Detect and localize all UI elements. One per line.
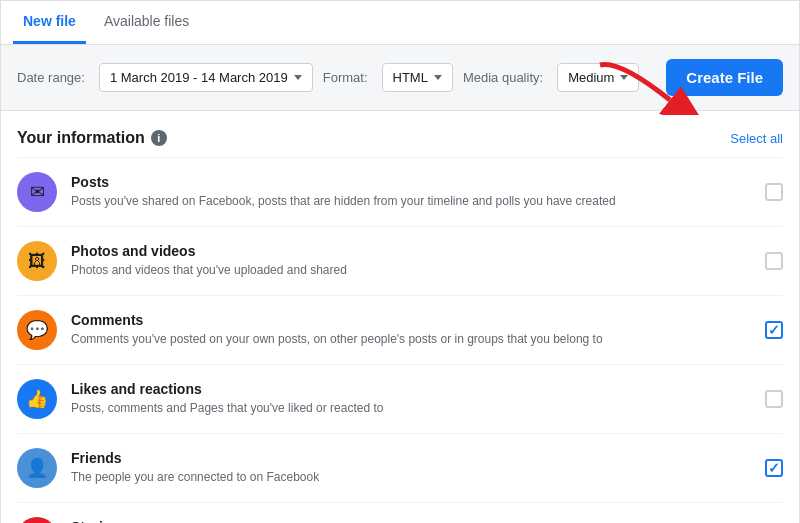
date-range-dropdown[interactable]: 1 March 2019 - 14 March 2019: [99, 63, 313, 92]
tab-new-file[interactable]: New file: [13, 1, 86, 44]
list-item: 👤FriendsThe people you are connected to …: [17, 433, 783, 502]
chevron-down-icon: [294, 75, 302, 80]
posts-checkbox[interactable]: [765, 183, 783, 201]
chevron-down-icon: [434, 75, 442, 80]
format-label: Format:: [323, 70, 368, 85]
list-item: ⏱StoriesPhotos and videos you've shared …: [17, 502, 783, 523]
likes-reactions-icon: 👍: [17, 379, 57, 419]
format-dropdown[interactable]: HTML: [382, 63, 453, 92]
comments-title: Comments: [71, 312, 751, 328]
section-title: Your information i: [17, 129, 167, 147]
comments-checkbox[interactable]: ✓: [765, 321, 783, 339]
likes-reactions-checkbox[interactable]: [765, 390, 783, 408]
media-quality-dropdown[interactable]: Medium: [557, 63, 639, 92]
likes-reactions-title: Likes and reactions: [71, 381, 751, 397]
stories-text: StoriesPhotos and videos you've shared t…: [71, 519, 751, 523]
likes-reactions-text: Likes and reactionsPosts, comments and P…: [71, 381, 751, 417]
friends-checkbox[interactable]: ✓: [765, 459, 783, 477]
list-item: 💬CommentsComments you've posted on your …: [17, 295, 783, 364]
media-quality-value: Medium: [568, 70, 614, 85]
posts-description: Posts you've shared on Facebook, posts t…: [71, 193, 751, 210]
section-title-text: Your information: [17, 129, 145, 147]
comments-icon: 💬: [17, 310, 57, 350]
photos-videos-text: Photos and videosPhotos and videos that …: [71, 243, 751, 279]
friends-description: The people you are connected to on Faceb…: [71, 469, 751, 486]
chevron-down-icon: [620, 75, 628, 80]
posts-icon: ✉: [17, 172, 57, 212]
info-icon[interactable]: i: [151, 130, 167, 146]
select-all-link[interactable]: Select all: [730, 131, 783, 146]
section-header: Your information i Select all: [1, 111, 799, 157]
format-value: HTML: [393, 70, 428, 85]
posts-text: PostsPosts you've shared on Facebook, po…: [71, 174, 751, 210]
photos-videos-title: Photos and videos: [71, 243, 751, 259]
friends-icon: 👤: [17, 448, 57, 488]
date-range-value: 1 March 2019 - 14 March 2019: [110, 70, 288, 85]
friends-title: Friends: [71, 450, 751, 466]
list-item: 🖼Photos and videosPhotos and videos that…: [17, 226, 783, 295]
stories-title: Stories: [71, 519, 751, 523]
toolbar: Date range: 1 March 2019 - 14 March 2019…: [1, 45, 799, 111]
comments-description: Comments you've posted on your own posts…: [71, 331, 751, 348]
stories-icon: ⏱: [17, 517, 57, 523]
posts-title: Posts: [71, 174, 751, 190]
photos-videos-description: Photos and videos that you've uploaded a…: [71, 262, 751, 279]
create-file-button[interactable]: Create File: [666, 59, 783, 96]
list-item: ✉PostsPosts you've shared on Facebook, p…: [17, 157, 783, 226]
media-quality-label: Media quality:: [463, 70, 543, 85]
photos-videos-icon: 🖼: [17, 241, 57, 281]
friends-text: FriendsThe people you are connected to o…: [71, 450, 751, 486]
photos-videos-checkbox[interactable]: [765, 252, 783, 270]
likes-reactions-description: Posts, comments and Pages that you've li…: [71, 400, 751, 417]
tabs-bar: New file Available files: [1, 1, 799, 45]
list-item: 👍Likes and reactionsPosts, comments and …: [17, 364, 783, 433]
date-range-label: Date range:: [17, 70, 85, 85]
tab-available-files[interactable]: Available files: [94, 1, 199, 44]
comments-text: CommentsComments you've posted on your o…: [71, 312, 751, 348]
item-list: ✉PostsPosts you've shared on Facebook, p…: [1, 157, 799, 523]
